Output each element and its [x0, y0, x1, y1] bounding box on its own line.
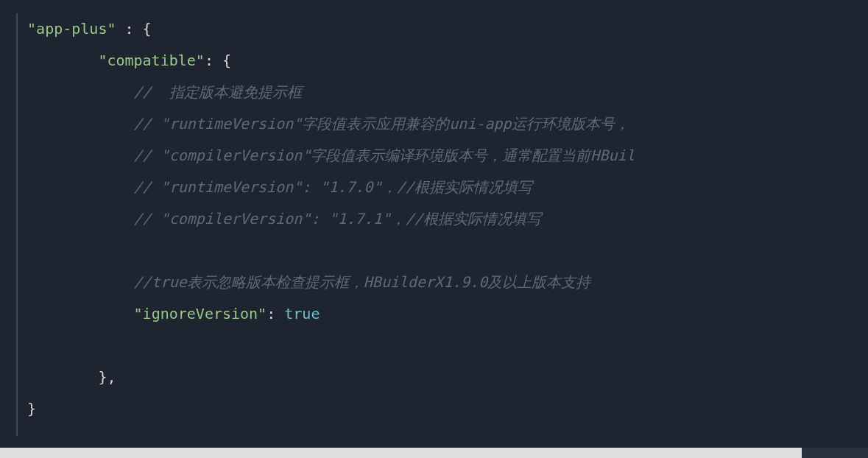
code-line-6: // "runtimeVersion": "1.7.0"，//根据实际情况填写: [18, 172, 868, 203]
code-line-8: [18, 235, 868, 267]
code-line-3: // 指定版本避免提示框: [18, 77, 868, 108]
json-key: "app-plus": [27, 20, 116, 38]
code-editor[interactable]: "app-plus" : { "compatible": { // 指定版本避免…: [0, 0, 868, 458]
comment: // 指定版本避免提示框: [134, 83, 302, 101]
code-line-13: }: [18, 393, 868, 425]
comment: // "compilerVersion": "1.7.1"，//根据实际情况填写: [134, 210, 541, 228]
code-line-10: "ignoreVersion": true: [18, 298, 868, 330]
json-key: "ignoreVersion": [134, 305, 267, 323]
comment: // "runtimeVersion": "1.7.0"，//根据实际情况填写: [134, 178, 532, 196]
comment: // "compilerVersion"字段值表示编译环境版本号，通常配置当前H…: [134, 147, 635, 164]
code-line-9: //true表示忽略版本检查提示框，HBuilderX1.9.0及以上版本支持: [18, 267, 868, 298]
code-line-5: // "compilerVersion"字段值表示编译环境版本号，通常配置当前H…: [18, 140, 868, 172]
comment: // "runtimeVersion"字段值表示应用兼容的uni-app运行环境…: [134, 115, 629, 133]
code-line-4: // "runtimeVersion"字段值表示应用兼容的uni-app运行环境…: [18, 108, 868, 140]
json-key: "compatible": [98, 52, 205, 69]
json-boolean: true: [284, 305, 320, 323]
code-line-2: "compatible": {: [18, 45, 868, 77]
code-line-11: [18, 330, 868, 362]
indent-guide-line: [16, 13, 18, 436]
code-line-1: "app-plus" : {: [18, 13, 868, 45]
code-line-12: },: [18, 362, 868, 393]
scrollbar-thumb[interactable]: [0, 448, 802, 458]
horizontal-scrollbar[interactable]: [0, 448, 868, 458]
code-line-7: // "compilerVersion": "1.7.1"，//根据实际情况填写: [18, 203, 868, 235]
comment: //true表示忽略版本检查提示框，HBuilderX1.9.0及以上版本支持: [134, 273, 591, 291]
